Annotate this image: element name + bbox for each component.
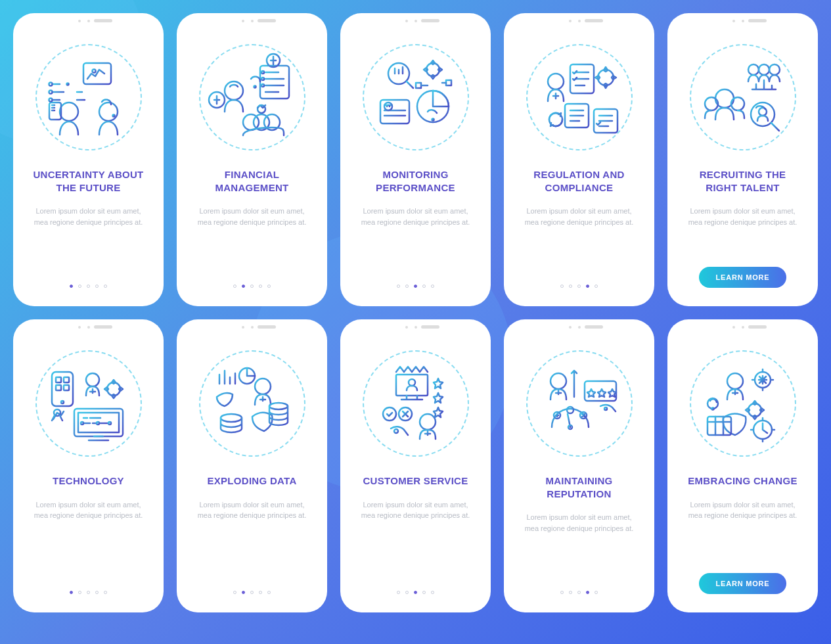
card-title: MONITORING PERFORMANCE xyxy=(351,168,480,194)
card-title: CUSTOMER SERVICE xyxy=(357,474,473,488)
card-title: EMBRACING CHANGE xyxy=(683,474,802,488)
learn-more-button[interactable]: LEARN MORE xyxy=(699,573,787,594)
card-title: REGULATION AND COMPLIANCE xyxy=(514,168,644,194)
onboarding-card: UNCERTAINTY ABOUT THE FUTURE Lorem ipsum… xyxy=(13,13,164,306)
data-icon xyxy=(197,348,307,459)
reputation-icon xyxy=(524,348,635,459)
monitoring-icon xyxy=(361,42,471,152)
card-title: FINANCIAL MANAGEMENT xyxy=(187,168,317,194)
onboarding-card: EXPLODING DATA Lorem ipsum dolor sit eum… xyxy=(177,319,327,612)
learn-more-button[interactable]: LEARN MORE xyxy=(699,267,787,288)
onboarding-card: EMBRACING CHANGE Lorem ipsum dolor sit e… xyxy=(667,319,818,612)
onboarding-card: MONITORING PERFORMANCE Lorem ipsum dolor… xyxy=(340,13,491,306)
card-description: Lorem ipsum dolor sit eum amet, mea regi… xyxy=(187,206,317,227)
regulation-icon xyxy=(524,42,635,152)
card-description: Lorem ipsum dolor sit eum amet, mea regi… xyxy=(678,206,807,227)
recruiting-icon xyxy=(688,42,798,152)
pagination-dots xyxy=(560,591,598,594)
card-description: Lorem ipsum dolor sit eum amet, mea regi… xyxy=(514,206,644,227)
card-description: Lorem ipsum dolor sit eum amet, mea regi… xyxy=(514,512,644,534)
pagination-dots xyxy=(397,285,434,288)
customer-icon xyxy=(361,348,471,459)
card-title: UNCERTAINTY ABOUT THE FUTURE xyxy=(24,168,153,194)
card-description: Lorem ipsum dolor sit eum amet, mea regi… xyxy=(351,206,480,227)
card-title: RECRUITING THE RIGHT TALENT xyxy=(678,168,807,194)
onboarding-card: REGULATION AND COMPLIANCE Lorem ipsum do… xyxy=(504,13,654,306)
card-description: Lorem ipsum dolor sit eum amet, mea regi… xyxy=(678,499,807,521)
onboarding-card: FINANCIAL MANAGEMENT Lorem ipsum dolor s… xyxy=(177,13,327,306)
uncertainty-icon xyxy=(34,42,144,152)
card-title: EXPLODING DATA xyxy=(202,474,302,488)
card-title: TECHNOLOGY xyxy=(47,474,129,488)
pagination-dots xyxy=(70,591,107,594)
card-description: Lorem ipsum dolor sit eum amet, mea regi… xyxy=(187,499,317,521)
pagination-dots xyxy=(233,285,271,288)
pagination-dots xyxy=(560,285,598,288)
onboarding-card: TECHNOLOGY Lorem ipsum dolor sit eum ame… xyxy=(13,319,164,612)
card-description: Lorem ipsum dolor sit eum amet, mea regi… xyxy=(24,206,153,227)
technology-icon xyxy=(34,348,144,459)
card-description: Lorem ipsum dolor sit eum amet, mea regi… xyxy=(351,499,480,521)
onboarding-card: MAINTAINING REPUTATION Lorem ipsum dolor… xyxy=(504,319,654,612)
pagination-dots xyxy=(70,285,107,288)
card-title: MAINTAINING REPUTATION xyxy=(514,474,644,500)
card-description: Lorem ipsum dolor sit eum amet, mea regi… xyxy=(24,499,153,521)
onboarding-card: RECRUITING THE RIGHT TALENT Lorem ipsum … xyxy=(667,13,818,306)
card-grid: UNCERTAINTY ABOUT THE FUTURE Lorem ipsum… xyxy=(13,13,818,612)
pagination-dots xyxy=(397,591,434,594)
financial-icon xyxy=(197,42,307,152)
pagination-dots xyxy=(233,591,271,594)
change-icon xyxy=(688,348,798,459)
onboarding-card: CUSTOMER SERVICE Lorem ipsum dolor sit e… xyxy=(340,319,491,612)
